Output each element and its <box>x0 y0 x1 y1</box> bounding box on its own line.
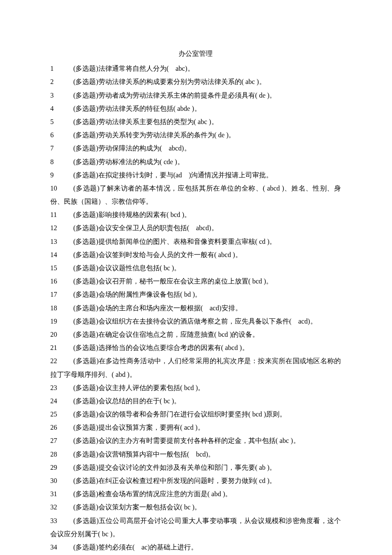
item-text: (多选题)劳动保障法的构成为( abcd)。 <box>73 145 191 152</box>
item-number: 12 <box>50 221 73 234</box>
list-item: 12(多选题)会议安全保卫人员的职责包括( abcd)。 <box>50 221 341 234</box>
list-item: 19(多选题)会议组织方在去接待会议的酒店做考察之前，应先具备以下条件( acd… <box>50 315 341 328</box>
list-item: 8(多选题)劳动标准法的构成为( cde )。 <box>50 155 341 168</box>
list-item: 20(多选题)在确定会议住宿地点之前，应随意抽查( bcd )的设备。 <box>50 328 341 341</box>
list-item: 1(多选题)法律通常将自然人分为( abc)。 <box>50 62 341 75</box>
list-item: 24(多选题)会议总结的目的在于( bc )。 <box>50 394 341 408</box>
item-number: 25 <box>50 408 73 421</box>
list-item: 16(多选题)会议召开前，秘书一般应在会议主席的桌位上放置( bcd )。 <box>50 275 341 288</box>
item-text: (多选题)会议营销预算内容中一般包括( bcd)。 <box>73 451 215 458</box>
item-number: 10 <box>50 182 73 195</box>
item-number: 15 <box>50 261 73 275</box>
list-item: 23(多选题)会议主持人评估的要素包括( bcd )。 <box>50 381 341 394</box>
item-number: 28 <box>50 448 73 461</box>
item-number: 7 <box>50 142 73 155</box>
list-item: 28(多选题)会议营销预算内容中一般包括( bcd)。 <box>50 448 341 461</box>
item-text: (多选题)会场的附属性声像设备包括( bd )。 <box>73 291 202 298</box>
item-number: 8 <box>50 155 73 168</box>
list-item: 15(多选题)会议议题性信息包括( bc )。 <box>50 261 341 275</box>
item-text: (多选题)在纠正会议检查过程中所发现的问题时，要努力做到( cd )。 <box>73 477 276 484</box>
item-text: (多选题)会场的主席台和场内座次一般根据( acd)安排。 <box>73 304 242 312</box>
item-text: (多选题)法律通常将自然人分为( abc)。 <box>73 65 194 72</box>
list-item: 22(多选题)在多边性商务活动中，人们经常采用的礼宾次序是：按来宾所在国或地区名… <box>50 354 341 381</box>
item-number: 6 <box>50 128 73 142</box>
item-text: (多选题)劳动法律关系主要包括的类型为( abc )。 <box>73 118 218 125</box>
item-text: (多选题)影响接待规格的因素有( bcd )。 <box>73 211 191 218</box>
item-text: (多选题)劳动者成为劳动法律关系主体的前提条件是必须具有( de )。 <box>73 92 276 99</box>
list-item: 21(多选题)选择恰当的会议地点要综合考虑的因素有( abcd )。 <box>50 341 341 354</box>
item-text: (多选题)劳动标准法的构成为( cde )。 <box>73 158 184 165</box>
list-item: 6(多选题)劳动关系转变为劳动法律关系的条件为( de )。 <box>50 128 341 142</box>
item-text: (多选题)在确定会议住宿地点之前，应随意抽查( bcd )的设备。 <box>73 331 259 338</box>
item-number: 21 <box>50 341 73 354</box>
item-text: (多选题)劳动关系转变为劳动法律关系的条件为( de )。 <box>73 131 235 139</box>
item-text: (多选题)五位公司高层开会讨论公司重大人事变动事项，从会议规模和涉密角度看，这个… <box>50 517 341 538</box>
item-number: 11 <box>50 208 73 221</box>
item-number: 22 <box>50 354 73 367</box>
item-number: 27 <box>50 434 73 447</box>
item-number: 16 <box>50 275 73 288</box>
item-number: 5 <box>50 115 73 128</box>
list-item: 26(多选题)提出会议预算方案，要拥有( acd )。 <box>50 421 341 434</box>
item-text: (多选题)提交会议讨论的文件如涉及有关单位和部门，事先要( ab )。 <box>73 464 276 471</box>
list-item: 27(多选题)会议的主办方有时需要提前支付各种各样的定金，其中包括( abc )… <box>50 434 341 447</box>
item-text: (多选题)会议总结的目的在于( bc )。 <box>73 397 181 405</box>
list-item: 14(多选题)会议签到时发给与会人员的文件一般有( abcd )。 <box>50 248 341 261</box>
item-number: 2 <box>50 75 73 88</box>
list-item: 32(多选题)会议策划方案一般包括会议( bc )。 <box>50 500 341 514</box>
item-text: (多选题)检查会场布置的情况应注意的方面是( abd )。 <box>73 490 232 497</box>
item-number: 17 <box>50 288 73 301</box>
item-number: 32 <box>50 500 73 514</box>
list-item: 7(多选题)劳动保障法的构成为( abcd)。 <box>50 142 341 155</box>
item-number: 31 <box>50 487 73 500</box>
list-item: 30(多选题)在纠正会议检查过程中所发现的问题时，要努力做到( cd )。 <box>50 474 341 487</box>
list-item: 11(多选题)影响接待规格的因素有( bcd )。 <box>50 208 341 221</box>
item-number: 14 <box>50 248 73 261</box>
item-text: (多选题)签约必须在( ac)的基础上进行。 <box>73 543 198 551</box>
item-text: (多选题)会议主持人评估的要素包括( bcd )。 <box>73 384 205 391</box>
item-number: 19 <box>50 315 73 328</box>
list-item: 4(多选题)劳动法律关系的特征包括( abde )。 <box>50 102 341 115</box>
item-number: 18 <box>50 301 73 315</box>
item-text: (多选题)会议签到时发给与会人员的文件一般有( abcd )。 <box>73 251 242 258</box>
item-number: 20 <box>50 328 73 341</box>
item-text: (多选题)在多边性商务活动中，人们经常采用的礼宾次序是：按来宾所在国或地区名称的… <box>50 357 341 378</box>
item-number: 3 <box>50 89 73 102</box>
item-number: 29 <box>50 461 73 474</box>
item-number: 9 <box>50 168 73 182</box>
item-number: 1 <box>50 62 73 75</box>
item-text: (多选题)提供给新闻单位的图片、表格和音像资料要重点审核( cd )。 <box>73 238 276 245</box>
list-item: 17(多选题)会场的附属性声像设备包括( bd )。 <box>50 288 341 301</box>
item-text: (多选题)选择恰当的会议地点要综合考虑的因素有( abcd )。 <box>73 344 249 351</box>
list-item: 9(多选题)在拟定接待计划时，要与(ad )沟通情况并报请上司审批。 <box>50 168 341 182</box>
item-text: (多选题)会议召开前，秘书一般应在会议主席的桌位上放置( bcd )。 <box>73 278 273 285</box>
item-text: (多选题)会议的领导者和会务部门在进行会议组织时要坚持( bcd )原则。 <box>73 410 286 418</box>
list-item: 10(多选题)了解来访者的基本情况，应包括其所在单位的全称、( abcd )、姓… <box>50 182 341 208</box>
page-title: 办公室管理 <box>50 47 341 60</box>
item-text: (多选题)劳动法律关系的特征包括( abde )。 <box>73 105 201 112</box>
list-item: 34(多选题)签约必须在( ac)的基础上进行。 <box>50 541 341 554</box>
item-text: (多选题)在拟定接待计划时，要与(ad )沟通情况并报请上司审批。 <box>73 171 273 179</box>
list-item: 2(多选题)劳动法律关系的构成要素分别为劳动法律关系的( abc )。 <box>50 75 341 88</box>
list-item: 13(多选题)提供给新闻单位的图片、表格和音像资料要重点审核( cd )。 <box>50 235 341 248</box>
item-text: (多选题)劳动法律关系的构成要素分别为劳动法律关系的( abc )。 <box>73 78 266 85</box>
item-number: 4 <box>50 102 73 115</box>
item-text: (多选题)会议安全保卫人员的职责包括( abcd)。 <box>73 224 218 231</box>
item-number: 30 <box>50 474 73 487</box>
list-item: 25(多选题)会议的领导者和会务部门在进行会议组织时要坚持( bcd )原则。 <box>50 408 341 421</box>
list-item: 33(多选题)五位公司高层开会讨论公司重大人事变动事项，从会议规模和涉密角度看，… <box>50 514 341 541</box>
item-text: (多选题)提出会议预算方案，要拥有( acd )。 <box>73 424 205 431</box>
item-text: (多选题)会议组织方在去接待会议的酒店做考察之前，应先具备以下条件( acd)。 <box>73 318 317 325</box>
item-text: (多选题)了解来访者的基本情况，应包括其所在单位的全称、( abcd )、姓名、… <box>50 185 341 205</box>
question-list: 1(多选题)法律通常将自然人分为( abc)。2(多选题)劳动法律关系的构成要素… <box>50 62 341 555</box>
list-item: 31(多选题)检查会场布置的情况应注意的方面是( abd )。 <box>50 487 341 500</box>
item-text: (多选题)会议议题性信息包括( bc )。 <box>73 264 181 272</box>
item-number: 13 <box>50 235 73 248</box>
item-number: 34 <box>50 541 73 554</box>
item-text: (多选题)会议的主办方有时需要提前支付各种各样的定金，其中包括( abc )。 <box>73 437 300 444</box>
item-number: 23 <box>50 381 73 394</box>
list-item: 29(多选题)提交会议讨论的文件如涉及有关单位和部门，事先要( ab )。 <box>50 461 341 474</box>
item-number: 33 <box>50 514 73 527</box>
item-number: 26 <box>50 421 73 434</box>
list-item: 3(多选题)劳动者成为劳动法律关系主体的前提条件是必须具有( de )。 <box>50 89 341 102</box>
